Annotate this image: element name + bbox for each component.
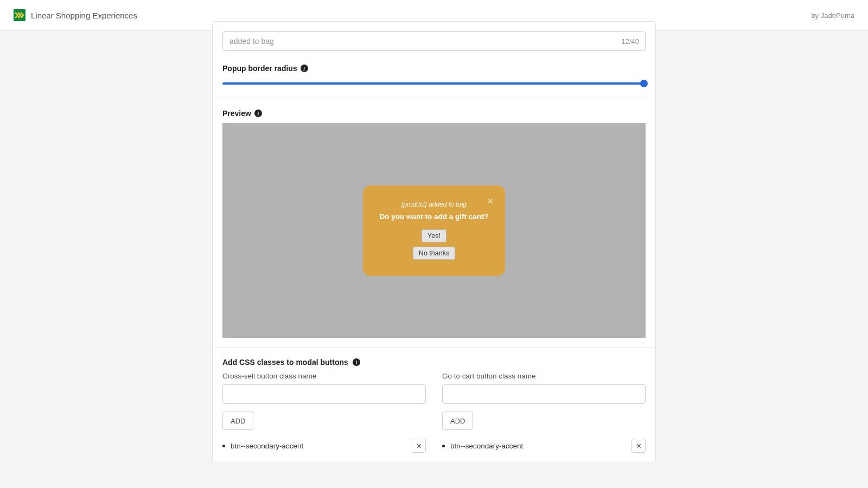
info-icon[interactable]: i [254,110,262,117]
cross-sell-chip: btn--secondary-accent ✕ [222,439,426,453]
popup-title: Do you want to add a gift card? [374,213,494,221]
cross-sell-add-button[interactable]: ADD [222,412,253,430]
go-to-cart-chip-remove[interactable]: ✕ [631,439,646,453]
bullet-icon [442,445,445,447]
close-icon: ✕ [636,442,642,450]
preview-label-text: Preview [222,109,251,118]
css-classes-heading: Add CSS classes to modal buttons i [222,358,646,367]
settings-card: 12/40 Popup border radius i Preview i × [212,21,656,463]
chip-left: btn--secondary-accent [442,442,523,450]
app-logo [14,9,25,21]
go-to-cart-column: Go to cart button class name ADD btn--se… [442,372,646,453]
go-to-cart-class-input[interactable] [442,384,646,404]
section-preview: Preview i × [product] added to bag Do yo… [213,99,655,348]
cross-sell-chip-text: btn--secondary-accent [231,442,303,450]
added-to-bag-input[interactable] [222,31,646,51]
close-icon: ✕ [416,442,422,450]
cross-sell-chip-remove[interactable]: ✕ [412,439,426,453]
app-title: Linear Shopping Experiences [31,11,137,20]
css-classes-heading-text: Add CSS classes to modal buttons [222,358,348,367]
preview-popup: × [product] added to bag Do you want to … [363,185,505,276]
cross-sell-class-input[interactable] [222,384,426,404]
cross-sell-column: Cross-sell button class name ADD btn--se… [222,372,426,453]
info-icon[interactable]: i [353,358,360,366]
slider-thumb[interactable] [640,80,648,87]
cross-sell-label: Cross-sell button class name [222,372,426,380]
go-to-cart-add-button[interactable]: ADD [442,412,473,430]
byline[interactable]: by JadePuma [812,11,855,20]
section-text-input: 12/40 [213,22,655,61]
slider-track [222,82,646,85]
css-classes-columns: Cross-sell button class name ADD btn--se… [222,372,646,453]
border-radius-slider[interactable] [222,78,646,89]
chip-left: btn--secondary-accent [222,442,303,450]
char-counter: 12/40 [621,37,639,46]
border-radius-label: Popup border radius i [222,64,646,73]
bullet-icon [222,445,225,447]
popup-no-button[interactable]: No thanks [413,247,455,260]
go-to-cart-label: Go to cart button class name [442,372,646,380]
popup-subtext: [product] added to bag [374,201,494,208]
popup-yes-button[interactable]: Yes! [422,229,446,242]
added-to-bag-input-row: 12/40 [222,31,646,51]
go-to-cart-chip: btn--secondary-accent ✕ [442,439,646,453]
section-border-radius: Popup border radius i [213,61,655,99]
close-icon[interactable]: × [487,196,493,206]
go-to-cart-chip-text: btn--secondary-accent [450,442,523,450]
preview-canvas: × [product] added to bag Do you want to … [222,123,646,338]
preview-label: Preview i [222,109,646,118]
section-css-classes: Add CSS classes to modal buttons i Cross… [213,348,655,463]
page: 12/40 Popup border radius i Preview i × [0,31,868,463]
topbar-left: Linear Shopping Experiences [14,9,137,21]
border-radius-label-text: Popup border radius [222,64,297,73]
info-icon[interactable]: i [301,65,308,72]
